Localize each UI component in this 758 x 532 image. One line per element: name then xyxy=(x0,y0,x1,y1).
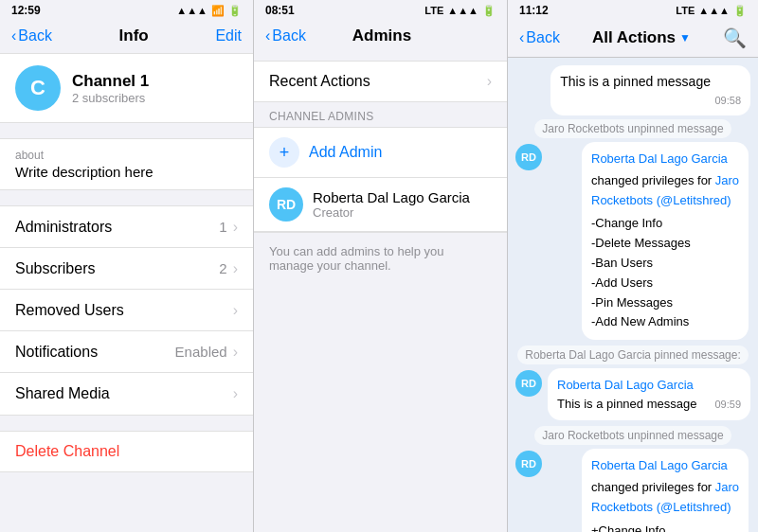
search-button[interactable]: 🔍 xyxy=(723,27,747,49)
menu-item-removed-users[interactable]: Removed Users › xyxy=(0,290,253,331)
statusbar-1: 12:59 ▲▲▲ 📶 🔋 xyxy=(0,0,253,21)
signal-icon-1: ▲▲▲ xyxy=(176,5,208,16)
chevron-icon-3: › xyxy=(233,302,238,319)
chevron-icon-5: › xyxy=(233,385,238,402)
notifications-value: Enabled xyxy=(175,344,227,360)
admins-panel: 08:51 LTE ▲▲▲ 🔋 ‹ Back Admins Recent Act… xyxy=(254,0,508,532)
admin-row[interactable]: RD Roberta Dal Lago Garcia Creator xyxy=(254,178,507,232)
menu-item-shared-media[interactable]: Shared Media › xyxy=(0,373,253,415)
delete-channel-button[interactable]: Delete Channel xyxy=(15,443,119,459)
back-button-3[interactable]: ‹ Back xyxy=(519,29,560,46)
menu-list: Administrators 1 › Subscribers 2 › Remov… xyxy=(0,205,253,416)
chevron-icon: › xyxy=(233,219,238,236)
lte-icon: LTE xyxy=(424,5,443,16)
about-label: about xyxy=(15,149,238,162)
system-msg-unpin-1: Jaro Rocketbots unpinned message xyxy=(534,119,731,138)
menu-item-notifications[interactable]: Notifications Enabled › xyxy=(0,331,253,373)
action-sender-2: Roberta Dal Lago Garcia xyxy=(591,456,739,476)
action-block-2: Roberta Dal Lago Garcia changed privileg… xyxy=(582,449,749,532)
lte-icon-3: LTE xyxy=(676,5,695,16)
recent-actions-label: Recent Actions xyxy=(269,73,487,90)
dropdown-icon: ▼ xyxy=(679,31,691,44)
admin-name: Roberta Dal Lago Garcia xyxy=(313,189,470,205)
menu-item-administrators[interactable]: Administrators 1 › xyxy=(0,206,253,248)
action-block-1: Roberta Dal Lago Garcia changed privileg… xyxy=(582,142,749,340)
action-avatar-1: RD xyxy=(515,144,542,170)
info-panel: 12:59 ▲▲▲ 📶 🔋 ‹ Back Info Edit C Channel… xyxy=(0,0,254,532)
channel-name: Channel 1 xyxy=(72,72,149,91)
chat-area[interactable]: This is a pinned message 09:58 Jaro Rock… xyxy=(508,58,758,532)
add-admin-row[interactable]: + Add Admin xyxy=(254,128,507,178)
navbar-2: ‹ Back Admins xyxy=(254,21,507,53)
time-2: 08:51 xyxy=(265,4,295,17)
signal-icon-3: ▲▲▲ xyxy=(698,5,730,16)
delete-section[interactable]: Delete Channel xyxy=(0,431,253,472)
signal-icon-2: ▲▲▲ xyxy=(447,5,478,16)
action-sender-1: Roberta Dal Lago Garcia xyxy=(591,150,739,169)
subscribers-label: Subscribers xyxy=(15,260,219,277)
status-icons-2: LTE ▲▲▲ 🔋 xyxy=(424,5,496,17)
subscribers-badge: 2 xyxy=(219,260,226,276)
notifications-label: Notifications xyxy=(15,344,175,361)
action-items-2: +Change Info +Delete Messages +Ban Users… xyxy=(591,522,739,532)
about-value[interactable]: Write description here xyxy=(15,164,238,180)
panel3-title: All Actions xyxy=(592,28,676,47)
nav-title-1: Info xyxy=(119,27,149,45)
action-avatar-pinned: RD xyxy=(515,370,542,397)
admin-role: Creator xyxy=(313,205,470,220)
shared-media-label: Shared Media xyxy=(15,385,233,402)
admins-list: + Add Admin RD Roberta Dal Lago Garcia C… xyxy=(254,127,507,233)
time-1: 12:59 xyxy=(11,4,41,17)
edit-button[interactable]: Edit xyxy=(215,27,242,44)
chevron-icon-4: › xyxy=(233,344,238,361)
all-actions-panel: 11:12 LTE ▲▲▲ 🔋 ‹ Back All Actions ▼ 🔍 T… xyxy=(508,0,758,532)
administrators-label: Administrators xyxy=(15,219,219,236)
navbar-3: ‹ Back All Actions ▼ 🔍 xyxy=(508,21,758,58)
channel-avatar: C xyxy=(15,65,61,111)
recent-actions-row[interactable]: Recent Actions › xyxy=(254,61,507,102)
action-avatar-2: RD xyxy=(515,451,542,477)
navbar-1: ‹ Back Info Edit xyxy=(0,21,253,53)
channel-header: C Channel 1 2 subscribers xyxy=(0,53,253,123)
action-items-1: -Change Info -Delete Messages -Ban Users… xyxy=(591,214,739,332)
pinned-time: 09:59 xyxy=(714,397,741,413)
action-row-2: RD Roberta Dal Lago Garcia changed privi… xyxy=(515,449,750,532)
panel3-title-wrap[interactable]: All Actions ▼ xyxy=(592,28,691,47)
back-button-1[interactable]: ‹ Back xyxy=(11,27,52,44)
statusbar-2: 08:51 LTE ▲▲▲ 🔋 xyxy=(254,0,507,21)
admin-avatar: RD xyxy=(269,187,303,222)
back-button-2[interactable]: ‹ Back xyxy=(265,27,306,44)
add-admin-label: Add Admin xyxy=(309,144,382,161)
pinned-message-chat-bubble: Roberta Dal Lago Garcia This is a pinned… xyxy=(548,368,750,420)
system-msg-pinned-label: Roberta Dal Lago Garcia pinned message: xyxy=(517,346,748,364)
administrators-badge: 1 xyxy=(219,219,226,235)
time-3: 11:12 xyxy=(519,4,549,17)
nav-title-2: Admins xyxy=(352,27,411,45)
action-row-1: RD Roberta Dal Lago Garcia changed privi… xyxy=(515,142,750,340)
action-text-1: changed privileges for JaroRocketbots (@… xyxy=(591,171,739,211)
battery-icon-1: 🔋 xyxy=(228,5,242,17)
section-header-admins: CHANNEL ADMINS xyxy=(254,102,507,127)
menu-item-subscribers[interactable]: Subscribers 2 › xyxy=(0,248,253,290)
recent-actions-chevron: › xyxy=(487,73,492,90)
target-1: JaroRocketbots (@Letitshred) xyxy=(591,173,739,207)
pinned-text: This is a pinned message xyxy=(557,397,696,411)
pinned-message-bubble: This is a pinned message 09:58 xyxy=(550,65,750,115)
pinned-msg-row: RD Roberta Dal Lago Garcia This is a pin… xyxy=(515,368,750,420)
admin-info: Roberta Dal Lago Garcia Creator xyxy=(313,189,470,220)
battery-icon-2: 🔋 xyxy=(482,5,496,17)
statusbar-3: 11:12 LTE ▲▲▲ 🔋 xyxy=(508,0,758,21)
pinned-msg-time: 09:58 xyxy=(714,94,741,108)
status-icons-1: ▲▲▲ 📶 🔋 xyxy=(176,5,242,17)
system-msg-unpin-2: Jaro Rocketbots unpinned message xyxy=(534,426,731,445)
about-section: about Write description here xyxy=(0,138,253,190)
status-icons-3: LTE ▲▲▲ 🔋 xyxy=(676,5,747,17)
channel-subscribers: 2 subscribers xyxy=(72,91,149,105)
removed-users-label: Removed Users xyxy=(15,302,233,319)
chevron-icon-2: › xyxy=(233,260,238,277)
pinned-sender: Roberta Dal Lago Garcia xyxy=(557,376,741,395)
target-2: JaroRocketbots (@Letitshred) xyxy=(591,480,739,514)
wifi-icon-1: 📶 xyxy=(211,5,225,17)
channel-info: Channel 1 2 subscribers xyxy=(72,72,149,105)
add-admin-icon: + xyxy=(269,137,299,168)
